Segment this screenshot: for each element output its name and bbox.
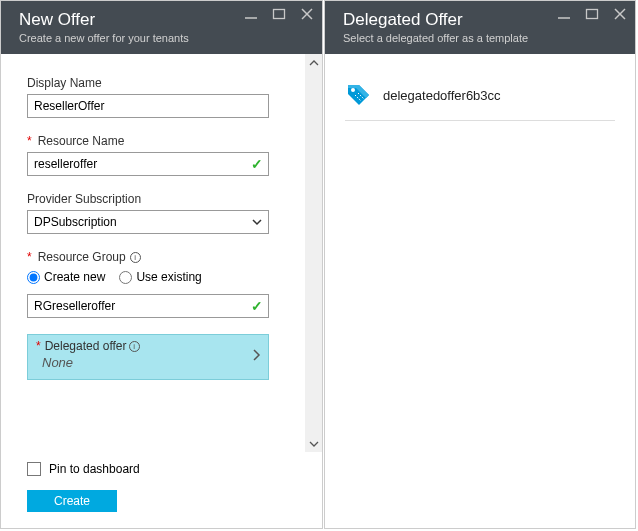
provider-subscription-label: Provider Subscription [27,192,296,206]
delegated-offer-blade: Delegated Offer Select a delegated offer… [324,0,636,529]
blade-subtitle: Select a delegated offer as a template [343,32,621,44]
delegated-offer-label: * Delegated offer i [36,339,246,353]
provider-subscription-select[interactable]: DPSubscription [27,210,269,234]
offer-tag-icon [345,82,371,108]
blade-header: New Offer Create a new offer for your te… [1,1,322,54]
svg-point-8 [351,88,355,92]
resource-group-radio-row: Create new Use existing [27,270,296,284]
rg-create-new-label: Create new [44,270,105,284]
blade-body: delegatedoffer6b3cc [325,54,635,143]
minimize-icon[interactable] [244,7,258,23]
blade-controls [557,7,627,23]
form-area: Display Name * Resource Name ✓ Provider … [1,54,322,390]
blade-subtitle: Create a new offer for your tenants [19,32,308,44]
chevron-right-icon [252,348,262,366]
svg-rect-5 [587,10,598,19]
resource-name-input[interactable] [27,152,269,176]
delegated-offer-item[interactable]: delegatedoffer6b3cc [345,76,615,121]
resource-group-label: * Resource Group i [27,250,296,264]
blade-controls [244,7,314,23]
info-icon[interactable]: i [129,341,140,352]
scrollbar[interactable] [305,54,322,452]
rg-use-existing-radio[interactable] [119,271,132,284]
delegated-offer-label-text: Delegated offer [45,339,127,353]
minimize-icon[interactable] [557,7,571,23]
required-asterisk-icon: * [36,339,41,353]
create-button[interactable]: Create [27,490,117,512]
rg-use-existing-option[interactable]: Use existing [119,270,201,284]
resource-name-label-text: Resource Name [38,134,125,148]
pin-to-dashboard-label: Pin to dashboard [49,462,140,476]
resource-group-label-text: Resource Group [38,250,126,264]
required-asterisk-icon: * [27,134,32,148]
blade-body: Display Name * Resource Name ✓ Provider … [1,54,322,452]
rg-use-existing-label: Use existing [136,270,201,284]
display-name-label: Display Name [27,76,296,90]
svg-rect-1 [274,10,285,19]
blade-footer: Pin to dashboard Create [1,452,322,528]
required-asterisk-icon: * [27,250,32,264]
delegated-offer-picker[interactable]: * Delegated offer i None [27,334,269,380]
scroll-up-icon[interactable] [305,54,322,71]
maximize-icon[interactable] [585,7,599,23]
resource-group-input[interactable] [27,294,269,318]
rg-create-new-option[interactable]: Create new [27,270,105,284]
delegated-offer-name: delegatedoffer6b3cc [383,88,501,103]
display-name-input[interactable] [27,94,269,118]
scroll-down-icon[interactable] [305,435,322,452]
resource-name-label: * Resource Name [27,134,296,148]
maximize-icon[interactable] [272,7,286,23]
pin-to-dashboard-checkbox[interactable] [27,462,41,476]
info-icon[interactable]: i [130,252,141,263]
rg-create-new-radio[interactable] [27,271,40,284]
delegated-offer-value: None [42,355,246,370]
close-icon[interactable] [300,7,314,23]
blade-header: Delegated Offer Select a delegated offer… [325,1,635,54]
close-icon[interactable] [613,7,627,23]
pin-to-dashboard-row: Pin to dashboard [27,462,296,476]
new-offer-blade: New Offer Create a new offer for your te… [0,0,323,529]
